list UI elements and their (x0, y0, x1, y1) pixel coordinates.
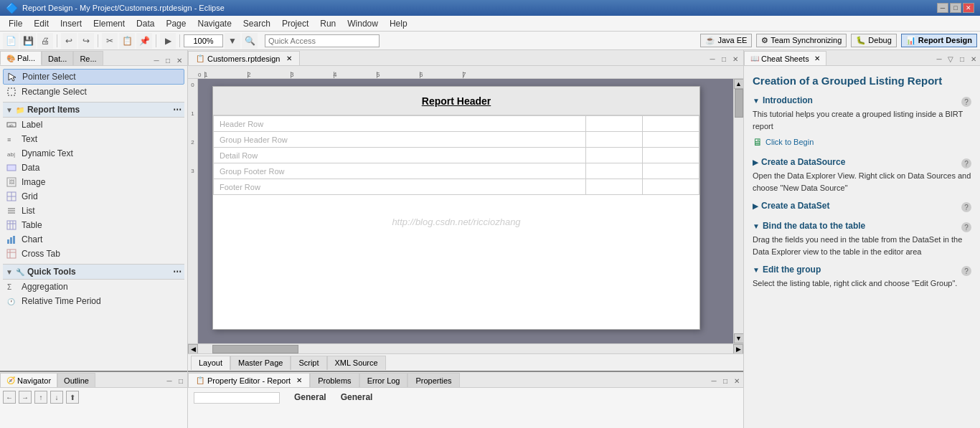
nav-back[interactable]: ← (3, 391, 16, 404)
grid-item[interactable]: Grid (3, 189, 184, 204)
nav-down[interactable]: ↓ (50, 391, 63, 404)
re-tab[interactable]: Re... (73, 51, 103, 65)
datasource-header[interactable]: ▶ Create a DataSource (753, 157, 961, 167)
cheat-sheets-close[interactable]: ✕ (814, 54, 820, 62)
chart-item[interactable]: Chart (3, 232, 184, 247)
navigator-minimize[interactable]: ─ (164, 376, 174, 386)
toolbar-cut[interactable]: ✂ (102, 33, 118, 49)
menu-navigate[interactable]: Navigate (192, 17, 237, 30)
palette-minimize[interactable]: ─ (151, 55, 161, 65)
right-minimize[interactable]: ─ (934, 54, 944, 64)
report-items-section[interactable]: ▼ 📁 Report Items ⋯ (3, 102, 184, 118)
hscroll-left-btn[interactable]: ◀ (188, 344, 198, 354)
editor-close[interactable]: ✕ (730, 54, 740, 64)
team-sync-button[interactable]: ⚙ Team Synchronizing (756, 34, 847, 47)
pointer-select-item[interactable]: Pointer Select (3, 69, 184, 85)
toolbar-undo[interactable]: ↩ (61, 33, 77, 49)
right-view-menu[interactable]: ▽ (946, 54, 956, 64)
label-item[interactable]: ab Label (3, 118, 184, 132)
navigator-maximize[interactable]: □ (176, 376, 186, 386)
click-to-begin-link[interactable]: 🖥 Click to Begin (753, 135, 971, 150)
toolbar-new[interactable]: 📄 (3, 33, 19, 49)
master-page-tab[interactable]: Master Page (230, 356, 291, 370)
toolbar-print[interactable]: 🖨 (37, 33, 53, 49)
menu-element[interactable]: Element (88, 17, 131, 30)
layout-tab[interactable]: Layout (191, 356, 230, 370)
script-tab[interactable]: Script (291, 356, 326, 370)
palette-close[interactable]: ✕ (174, 55, 184, 65)
hscroll-right-btn[interactable]: ▶ (733, 344, 743, 354)
toolbar-paste[interactable]: 📌 (136, 33, 152, 49)
editor-minimize[interactable]: ─ (707, 54, 717, 64)
nav-forward[interactable]: → (19, 391, 32, 404)
minimize-button[interactable]: ─ (937, 3, 948, 13)
menu-search[interactable]: Search (237, 17, 276, 30)
navigator-tab[interactable]: 🧭 Navigator (0, 373, 57, 387)
maximize-button[interactable]: □ (950, 3, 961, 13)
nav-home[interactable]: ⬆ (66, 391, 79, 404)
image-item[interactable]: 🖼 Image (3, 175, 184, 189)
toolbar-save[interactable]: 💾 (20, 33, 36, 49)
introduction-help[interactable]: ? (961, 97, 971, 107)
java-ee-button[interactable]: ☕ Java EE (700, 34, 752, 47)
canvas-content[interactable]: Report Header Header Row (198, 79, 733, 343)
quick-tools-section[interactable]: ▼ 🔧 Quick Tools ⋯ (3, 264, 184, 280)
nav-up[interactable]: ↑ (34, 391, 47, 404)
palette-maximize[interactable]: □ (163, 55, 173, 65)
prop-panel-minimize[interactable]: ─ (709, 376, 719, 386)
edit-group-header[interactable]: ▼ Edit the group (753, 265, 961, 275)
toolbar-zoom-btn[interactable]: ▼ (225, 33, 240, 49)
menu-window[interactable]: Window (341, 17, 384, 30)
editor-tab-close[interactable]: ✕ (286, 54, 292, 62)
right-close[interactable]: ✕ (969, 54, 979, 64)
menu-file[interactable]: File (3, 17, 28, 30)
menu-project[interactable]: Project (276, 17, 314, 30)
data-tab[interactable]: Dat... (42, 51, 73, 65)
properties-tab[interactable]: Properties (407, 373, 459, 387)
zoom-input[interactable] (184, 34, 223, 47)
menu-page[interactable]: Page (160, 17, 192, 30)
dynamic-text-item[interactable]: ab| Dynamic Text (3, 146, 184, 161)
data-item[interactable]: Data (3, 161, 184, 175)
rectangle-select-item[interactable]: Rectangle Select (3, 85, 184, 99)
quick-access-input[interactable] (265, 34, 380, 47)
dataset-header[interactable]: ▶ Create a DataSet (753, 201, 961, 211)
cheat-sheets-tab[interactable]: 📖 Cheat Sheets ✕ (744, 51, 826, 65)
xml-source-tab[interactable]: XML Source (327, 356, 386, 370)
cross-tab-item[interactable]: Cross Tab (3, 247, 184, 261)
report-items-expand[interactable]: ⋯ (173, 105, 182, 115)
introduction-header[interactable]: ▼ Introduction (753, 95, 961, 105)
bind-data-header[interactable]: ▼ Bind the data to the table (753, 221, 961, 231)
property-editor-close[interactable]: ✕ (296, 376, 302, 384)
report-design-button[interactable]: 📊 Report Design (901, 34, 977, 47)
scroll-down-btn[interactable]: ▼ (734, 333, 744, 343)
bind-data-help[interactable]: ? (961, 222, 971, 232)
menu-edit[interactable]: Edit (28, 17, 55, 30)
menu-run[interactable]: Run (314, 17, 341, 30)
property-input[interactable] (194, 392, 280, 404)
prop-panel-maximize[interactable]: □ (720, 376, 730, 386)
scroll-thumb[interactable] (735, 89, 743, 118)
edit-group-help[interactable]: ? (961, 266, 971, 276)
right-maximize[interactable]: □ (957, 54, 967, 64)
dataset-help[interactable]: ? (961, 202, 971, 212)
menu-data[interactable]: Data (131, 17, 160, 30)
property-editor-tab[interactable]: 📋 Property Editor - Report ✕ (188, 373, 310, 387)
prop-panel-close[interactable]: ✕ (732, 376, 742, 386)
debug-button[interactable]: 🐛 Debug (851, 34, 896, 47)
menu-insert[interactable]: Insert (55, 17, 88, 30)
table-item[interactable]: Table (3, 218, 184, 232)
outline-tab[interactable]: Outline (57, 373, 95, 387)
palette-tab[interactable]: 🎨 Pal... (0, 51, 42, 65)
list-item[interactable]: List (3, 204, 184, 218)
datasource-help[interactable]: ? (961, 158, 971, 168)
toolbar-zoom-in[interactable]: 🔍 (242, 33, 258, 49)
menu-help[interactable]: Help (384, 17, 413, 30)
customers-tab[interactable]: 📋 Customers.rptdesign ✕ (188, 51, 300, 65)
hscroll-thumb[interactable] (212, 345, 298, 353)
close-button[interactable]: ✕ (963, 3, 974, 13)
error-log-tab[interactable]: Error Log (359, 373, 408, 387)
problems-tab[interactable]: Problems (310, 373, 359, 387)
quick-tools-expand[interactable]: ⋯ (173, 267, 182, 277)
aggregation-item[interactable]: Σ Aggregation (3, 280, 184, 294)
